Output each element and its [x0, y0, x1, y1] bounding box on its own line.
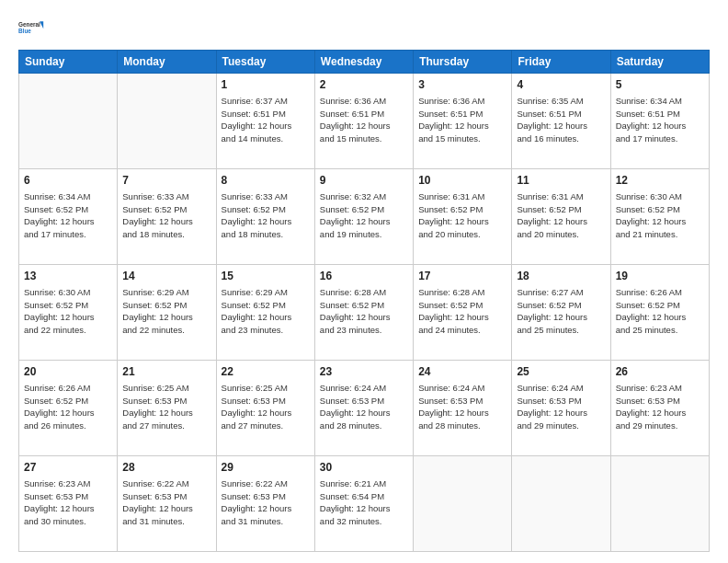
calendar-cell: 12Sunrise: 6:30 AM Sunset: 6:52 PM Dayli…	[610, 169, 709, 265]
day-number: 12	[616, 173, 704, 189]
day-info: Sunrise: 6:30 AM Sunset: 6:52 PM Dayligh…	[616, 190, 704, 241]
weekday-header-thursday: Thursday	[414, 51, 512, 74]
day-number: 26	[616, 364, 704, 380]
day-info: Sunrise: 6:37 AM Sunset: 6:51 PM Dayligh…	[222, 95, 310, 145]
day-info: Sunrise: 6:26 AM Sunset: 6:52 PM Dayligh…	[24, 382, 112, 432]
week-row-3: 20Sunrise: 6:26 AM Sunset: 6:52 PM Dayli…	[19, 361, 710, 456]
calendar-cell	[19, 74, 118, 169]
calendar-cell: 7Sunrise: 6:33 AM Sunset: 6:52 PM Daylig…	[118, 169, 216, 265]
calendar-cell: 20Sunrise: 6:26 AM Sunset: 6:52 PM Dayli…	[19, 361, 118, 456]
day-number: 29	[222, 460, 310, 476]
day-number: 16	[320, 269, 408, 284]
day-info: Sunrise: 6:26 AM Sunset: 6:52 PM Dayligh…	[616, 286, 704, 337]
weekday-header-friday: Friday	[512, 51, 610, 74]
day-number: 10	[418, 173, 506, 189]
day-info: Sunrise: 6:27 AM Sunset: 6:52 PM Dayligh…	[517, 286, 605, 337]
weekday-header-row: SundayMondayTuesdayWednesdayThursdayFrid…	[19, 51, 710, 74]
day-number: 18	[517, 269, 605, 284]
calendar-cell: 5Sunrise: 6:34 AM Sunset: 6:51 PM Daylig…	[610, 74, 709, 169]
calendar-cell: 28Sunrise: 6:22 AM Sunset: 6:53 PM Dayli…	[118, 456, 216, 552]
day-number: 9	[320, 173, 408, 189]
day-number: 6	[24, 173, 112, 189]
day-info: Sunrise: 6:31 AM Sunset: 6:52 PM Dayligh…	[517, 190, 605, 241]
weekday-header-tuesday: Tuesday	[216, 51, 314, 74]
week-row-1: 6Sunrise: 6:34 AM Sunset: 6:52 PM Daylig…	[19, 169, 710, 265]
calendar-cell: 3Sunrise: 6:36 AM Sunset: 6:51 PM Daylig…	[414, 74, 512, 169]
day-number: 4	[517, 77, 605, 93]
logo: GeneralBlue	[18, 15, 44, 40]
day-number: 17	[418, 269, 506, 284]
day-number: 5	[616, 77, 704, 93]
calendar-cell: 10Sunrise: 6:31 AM Sunset: 6:52 PM Dayli…	[414, 169, 512, 265]
day-number: 13	[24, 269, 112, 284]
day-info: Sunrise: 6:22 AM Sunset: 6:53 PM Dayligh…	[222, 477, 310, 528]
calendar-cell: 22Sunrise: 6:25 AM Sunset: 6:53 PM Dayli…	[216, 361, 314, 456]
day-number: 7	[122, 173, 210, 189]
weekday-header-monday: Monday	[118, 51, 216, 74]
calendar-cell: 6Sunrise: 6:34 AM Sunset: 6:52 PM Daylig…	[19, 169, 118, 265]
day-number: 22	[222, 364, 310, 380]
day-info: Sunrise: 6:24 AM Sunset: 6:53 PM Dayligh…	[320, 382, 408, 432]
svg-text:General: General	[18, 21, 40, 28]
calendar-cell: 26Sunrise: 6:23 AM Sunset: 6:53 PM Dayli…	[610, 361, 709, 456]
day-info: Sunrise: 6:30 AM Sunset: 6:52 PM Dayligh…	[24, 286, 112, 337]
day-info: Sunrise: 6:32 AM Sunset: 6:52 PM Dayligh…	[320, 190, 408, 241]
day-info: Sunrise: 6:25 AM Sunset: 6:53 PM Dayligh…	[222, 382, 310, 432]
week-row-0: 1Sunrise: 6:37 AM Sunset: 6:51 PM Daylig…	[19, 74, 710, 169]
day-info: Sunrise: 6:24 AM Sunset: 6:53 PM Dayligh…	[517, 382, 605, 432]
calendar-cell: 18Sunrise: 6:27 AM Sunset: 6:52 PM Dayli…	[512, 265, 610, 361]
calendar-cell	[414, 456, 512, 552]
calendar-cell: 8Sunrise: 6:33 AM Sunset: 6:52 PM Daylig…	[216, 169, 314, 265]
calendar-cell: 24Sunrise: 6:24 AM Sunset: 6:53 PM Dayli…	[414, 361, 512, 456]
weekday-header-wednesday: Wednesday	[314, 51, 413, 74]
day-info: Sunrise: 6:28 AM Sunset: 6:52 PM Dayligh…	[418, 286, 506, 337]
day-number: 25	[517, 364, 605, 380]
calendar-cell: 23Sunrise: 6:24 AM Sunset: 6:53 PM Dayli…	[314, 361, 413, 456]
page: GeneralBlue SundayMondayTuesdayWednesday…	[0, 0, 728, 563]
calendar-cell: 30Sunrise: 6:21 AM Sunset: 6:54 PM Dayli…	[314, 456, 413, 552]
day-number: 21	[122, 364, 210, 380]
calendar-cell: 19Sunrise: 6:26 AM Sunset: 6:52 PM Dayli…	[610, 265, 709, 361]
day-info: Sunrise: 6:33 AM Sunset: 6:52 PM Dayligh…	[222, 190, 310, 241]
day-number: 3	[418, 77, 506, 93]
week-row-4: 27Sunrise: 6:23 AM Sunset: 6:53 PM Dayli…	[19, 456, 710, 552]
calendar-cell: 27Sunrise: 6:23 AM Sunset: 6:53 PM Dayli…	[19, 456, 118, 552]
day-number: 2	[320, 77, 408, 93]
day-number: 14	[122, 269, 210, 284]
day-number: 15	[222, 269, 310, 284]
day-info: Sunrise: 6:36 AM Sunset: 6:51 PM Dayligh…	[320, 95, 408, 145]
calendar-cell: 29Sunrise: 6:22 AM Sunset: 6:53 PM Dayli…	[216, 456, 314, 552]
svg-text:Blue: Blue	[18, 28, 31, 34]
day-info: Sunrise: 6:23 AM Sunset: 6:53 PM Dayligh…	[616, 382, 704, 432]
day-number: 30	[320, 460, 408, 476]
day-info: Sunrise: 6:24 AM Sunset: 6:53 PM Dayligh…	[418, 382, 506, 432]
day-info: Sunrise: 6:34 AM Sunset: 6:52 PM Dayligh…	[24, 190, 112, 241]
day-number: 8	[222, 173, 310, 189]
day-info: Sunrise: 6:31 AM Sunset: 6:52 PM Dayligh…	[418, 190, 506, 241]
day-info: Sunrise: 6:22 AM Sunset: 6:53 PM Dayligh…	[122, 477, 210, 528]
day-info: Sunrise: 6:36 AM Sunset: 6:51 PM Dayligh…	[418, 95, 506, 145]
calendar-table: SundayMondayTuesdayWednesdayThursdayFrid…	[18, 50, 710, 552]
calendar-cell: 4Sunrise: 6:35 AM Sunset: 6:51 PM Daylig…	[512, 74, 610, 169]
day-info: Sunrise: 6:33 AM Sunset: 6:52 PM Dayligh…	[122, 190, 210, 241]
day-info: Sunrise: 6:35 AM Sunset: 6:51 PM Dayligh…	[517, 95, 605, 145]
day-number: 27	[24, 460, 112, 476]
day-number: 11	[517, 173, 605, 189]
day-number: 23	[320, 364, 408, 380]
calendar-cell	[512, 456, 610, 552]
calendar-cell: 21Sunrise: 6:25 AM Sunset: 6:53 PM Dayli…	[118, 361, 216, 456]
calendar-cell: 11Sunrise: 6:31 AM Sunset: 6:52 PM Dayli…	[512, 169, 610, 265]
day-info: Sunrise: 6:28 AM Sunset: 6:52 PM Dayligh…	[320, 286, 408, 337]
day-number: 24	[418, 364, 506, 380]
day-info: Sunrise: 6:34 AM Sunset: 6:51 PM Dayligh…	[616, 95, 704, 145]
day-info: Sunrise: 6:29 AM Sunset: 6:52 PM Dayligh…	[222, 286, 310, 337]
weekday-header-sunday: Sunday	[19, 51, 118, 74]
day-number: 19	[616, 269, 704, 284]
calendar-cell: 17Sunrise: 6:28 AM Sunset: 6:52 PM Dayli…	[414, 265, 512, 361]
week-row-2: 13Sunrise: 6:30 AM Sunset: 6:52 PM Dayli…	[19, 265, 710, 361]
day-info: Sunrise: 6:21 AM Sunset: 6:54 PM Dayligh…	[320, 477, 408, 528]
logo-icon: GeneralBlue	[18, 15, 44, 40]
calendar-cell: 16Sunrise: 6:28 AM Sunset: 6:52 PM Dayli…	[314, 265, 413, 361]
calendar-cell: 1Sunrise: 6:37 AM Sunset: 6:51 PM Daylig…	[216, 74, 314, 169]
weekday-header-saturday: Saturday	[610, 51, 709, 74]
